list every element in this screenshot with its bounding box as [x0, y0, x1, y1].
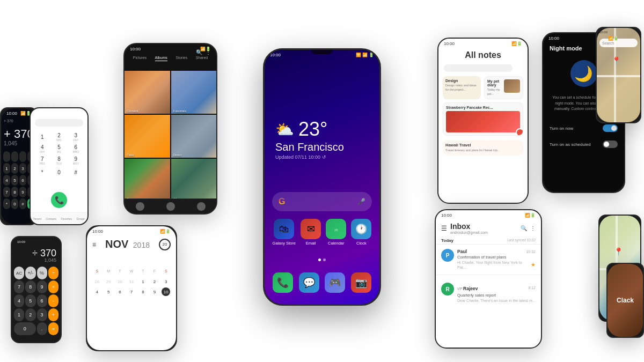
- gallery-cell-albums[interactable]: Albums: [171, 159, 217, 202]
- cal-day[interactable]: 4: [91, 287, 103, 296]
- dialer-key-7[interactable]: 7PRS: [35, 156, 49, 166]
- notes-search-bar[interactable]: [444, 64, 513, 72]
- dialer-key-1[interactable]: 1: [35, 132, 49, 142]
- calc-btn[interactable]: #: [19, 198, 26, 209]
- calc-key[interactable]: 3: [37, 308, 47, 321]
- calc-btn[interactable]: 8: [11, 187, 18, 197]
- cal-prev-day[interactable]: 28: [91, 277, 103, 286]
- cal-day[interactable]: 7: [126, 287, 137, 296]
- calc-btn[interactable]: [19, 151, 26, 162]
- dialer-key-0[interactable]: 0: [52, 168, 66, 178]
- toggle-now[interactable]: [603, 124, 618, 132]
- calc-btn[interactable]: 2: [11, 163, 18, 174]
- dialer-call-button[interactable]: 📞: [51, 192, 67, 208]
- cal-day[interactable]: 8: [137, 287, 149, 296]
- calc-btn[interactable]: *: [3, 198, 10, 209]
- cal-day[interactable]: 9: [149, 287, 160, 296]
- app-email[interactable]: ✉ Email: [301, 219, 321, 246]
- cal-day[interactable]: 6: [114, 287, 126, 296]
- inbox-star-paul[interactable]: ★: [531, 262, 536, 268]
- cal-prev-day[interactable]: 29: [103, 277, 114, 286]
- app-calendar[interactable]: 28 Calendar: [326, 219, 346, 246]
- gallery-cell-direct[interactable]: Direct: [171, 115, 217, 158]
- dialer-key-4[interactable]: 4GHI: [35, 144, 49, 154]
- dialer-tab-groups[interactable]: Groups: [76, 217, 85, 220]
- calc-btn[interactable]: 4: [3, 175, 10, 186]
- dialer-search-bar[interactable]: [35, 119, 83, 127]
- calc-key[interactable]: 4: [14, 294, 24, 307]
- calc-key[interactable]: ÷: [48, 267, 58, 279]
- cal-today[interactable]: 10: [162, 287, 170, 296]
- app-clock[interactable]: 🕐 Clock: [351, 219, 371, 246]
- dialer-key-8[interactable]: 8TUV: [52, 156, 66, 166]
- calc-btn[interactable]: [3, 151, 10, 162]
- calc-btn[interactable]: 7: [3, 187, 10, 197]
- calc-btn[interactable]: 0: [11, 198, 18, 209]
- gallery-cell-pictures[interactable]: Pictures: [125, 159, 170, 202]
- dialer-tab-favorites[interactable]: Favorites: [61, 217, 72, 220]
- calc-key[interactable]: +/-: [25, 267, 35, 279]
- dialer-tab-contacts[interactable]: Contacts: [46, 217, 56, 220]
- gallery-cell-favorites[interactable]: Favorites: [171, 71, 217, 114]
- dialer-key-3[interactable]: 3DEF: [69, 132, 83, 142]
- cal-menu-icon[interactable]: ≡: [92, 241, 96, 248]
- gallery-nav-btn[interactable]: [166, 202, 175, 211]
- dialer-key-5[interactable]: 5JKL: [52, 144, 66, 154]
- note-pet-diary[interactable]: My pet diary Today my pet...: [484, 76, 523, 99]
- calc-key[interactable]: %: [37, 267, 47, 279]
- dialer-key-hash[interactable]: #: [69, 168, 83, 178]
- gallery-tab-albums[interactable]: Albums: [155, 56, 167, 61]
- calc-key[interactable]: 5: [25, 294, 35, 307]
- app-galaxy-store[interactable]: 🛍 Galaxy Store: [273, 219, 296, 246]
- calc-btn[interactable]: 1: [3, 163, 10, 174]
- calc-btn[interactable]: 3: [19, 163, 26, 174]
- app-camera-red[interactable]: 📷: [351, 272, 371, 293]
- app-discord[interactable]: 🎮: [325, 272, 345, 293]
- calc-key[interactable]: AC: [14, 267, 24, 279]
- dialer-key-9[interactable]: 9WXY: [69, 156, 83, 166]
- dialer-tab-recent[interactable]: Recent: [33, 217, 41, 220]
- gallery-cell-camera[interactable]: Camera: [125, 71, 170, 114]
- gallery-tab-pictures[interactable]: Pictures: [133, 56, 147, 61]
- cal-prev-day[interactable]: 31: [126, 277, 137, 286]
- cal-day[interactable]: 2: [149, 277, 160, 286]
- calc-key[interactable]: +: [48, 308, 58, 321]
- gallery-tab-stories[interactable]: Stories: [175, 56, 187, 61]
- gallery-nav-btn[interactable]: [197, 202, 206, 211]
- calc-key[interactable]: 9: [37, 280, 47, 293]
- mic-icon[interactable]: 🎤: [357, 198, 365, 205]
- gallery-tab-shared[interactable]: Shared: [196, 56, 208, 61]
- inbox-email-paul[interactable]: P Paul 10:32 Confirmation of travel plan…: [441, 249, 536, 270]
- calc-key[interactable]: 1: [14, 308, 24, 321]
- inbox-email-rajeev[interactable]: R VP Rajeev 8:12 Quarterly sales report …: [441, 283, 536, 303]
- note-hawaii[interactable]: Hawaii Travel Travel itinerary and plans…: [443, 140, 523, 156]
- inbox-more-icon[interactable]: ⋮: [530, 225, 536, 231]
- app-phone[interactable]: 📞: [273, 272, 293, 293]
- calc-btn[interactable]: [11, 151, 18, 162]
- calc-key[interactable]: 6: [37, 294, 47, 307]
- dialer-key-6[interactable]: 6MNO: [69, 144, 83, 154]
- cal-day[interactable]: 3: [160, 277, 172, 286]
- gallery-nav-btn[interactable]: [136, 202, 144, 211]
- calc-btn[interactable]: 5: [11, 175, 18, 186]
- calc-key[interactable]: ×: [48, 280, 58, 293]
- toggle-scheduled[interactable]: [603, 141, 618, 148]
- note-strawberry[interactable]: Strawberry Pancake Rec...: [443, 102, 523, 136]
- dialer-key-star[interactable]: *: [35, 168, 49, 178]
- note-design[interactable]: Design Design notes and ideas for the pr…: [443, 76, 481, 99]
- calc-key[interactable]: 8: [25, 280, 35, 293]
- calc-key[interactable]: 0: [14, 322, 36, 335]
- calc-key[interactable]: 7: [14, 280, 24, 293]
- app-chat[interactable]: 💬: [299, 272, 319, 293]
- hamburger-icon[interactable]: ☰: [441, 225, 447, 232]
- calc-key[interactable]: .: [37, 322, 47, 335]
- main-google-search[interactable]: G 🎤: [272, 192, 372, 211]
- calc-btn[interactable]: 9: [19, 187, 26, 197]
- calc-key[interactable]: 2: [25, 308, 35, 321]
- cal-day[interactable]: 1: [137, 277, 149, 286]
- calc-btn[interactable]: 6: [19, 175, 26, 186]
- inbox-search-icon[interactable]: 🔍: [521, 225, 527, 231]
- calc-key[interactable]: -: [48, 294, 58, 307]
- cal-prev-day[interactable]: 30: [114, 277, 126, 286]
- dialer-key-2[interactable]: 2ABC: [52, 132, 66, 142]
